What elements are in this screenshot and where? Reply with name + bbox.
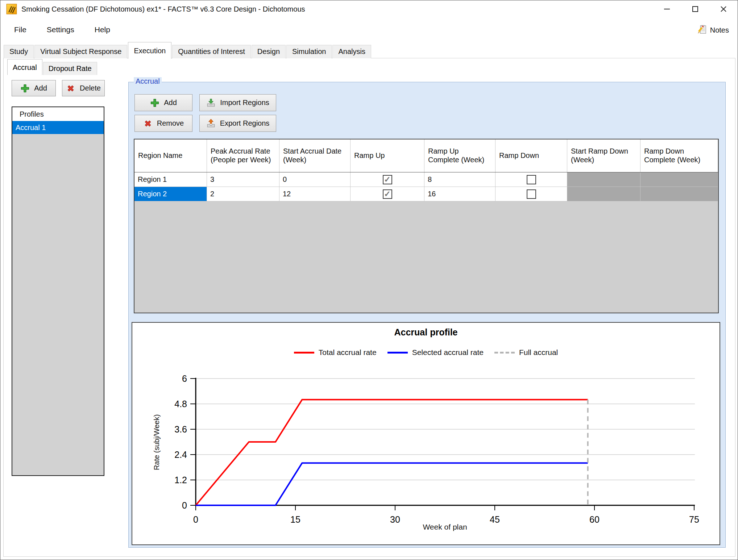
y-tick-label: 4.8 bbox=[174, 399, 187, 409]
cell-peak-rate[interactable]: 3 bbox=[207, 172, 279, 187]
chart-title: Accrual profile bbox=[132, 327, 720, 338]
tab-design[interactable]: Design bbox=[252, 45, 286, 58]
y-tick-label: 0 bbox=[182, 500, 187, 510]
column-header-start-accrual-date-week: Start Accrual Date (Week) bbox=[279, 139, 351, 172]
tab-study[interactable]: Study bbox=[4, 45, 34, 58]
cell-region-name[interactable]: Region 1 bbox=[134, 172, 207, 187]
tab-quantities-of-interest[interactable]: Quantities of Interest bbox=[172, 45, 251, 58]
x-delete-icon bbox=[66, 84, 75, 93]
x-delete-icon bbox=[143, 119, 153, 128]
x-axis-label: Week of plan bbox=[196, 523, 694, 531]
cell-ramp-down-complete[interactable] bbox=[640, 172, 718, 187]
subtab-accrual[interactable]: Accrual bbox=[7, 59, 42, 75]
column-header-ramp-up-complete-week: Ramp Up Complete (Week) bbox=[424, 139, 496, 172]
cell-ramp-down-complete[interactable] bbox=[640, 187, 718, 201]
delete-profile-label: Delete bbox=[80, 84, 101, 92]
column-header-ramp-down: Ramp Down bbox=[496, 139, 567, 172]
notepad-pencil-icon bbox=[696, 24, 707, 37]
window-controls bbox=[653, 0, 738, 18]
accrual-chart-panel: Accrual profile Total accrual rateSelect… bbox=[132, 322, 720, 545]
table-row: Region 2212✓16 bbox=[134, 187, 718, 201]
cell-ramp-down[interactable] bbox=[496, 187, 567, 201]
import-regions-label: Import Regions bbox=[220, 99, 269, 107]
export-regions-button[interactable]: Export Regions bbox=[199, 115, 276, 132]
menu-settings[interactable]: Settings bbox=[47, 25, 74, 34]
column-header-ramp-down-complete-week: Ramp Down Complete (Week) bbox=[640, 139, 718, 172]
export-regions-label: Export Regions bbox=[220, 119, 270, 128]
profile-item[interactable]: Accrual 1 bbox=[12, 121, 104, 134]
add-region-button[interactable]: Add bbox=[134, 94, 192, 111]
cell-region-name[interactable]: Region 2 bbox=[134, 187, 207, 201]
cell-ramp-up[interactable]: ✓ bbox=[351, 172, 424, 187]
execution-tab-page: AccrualDropout Rate Add Delete Profiles … bbox=[3, 58, 735, 557]
legend-label: Selected accrual rate bbox=[412, 348, 484, 357]
cell-ramp-up[interactable]: ✓ bbox=[351, 187, 424, 201]
tab-execution[interactable]: Execution bbox=[128, 42, 171, 59]
maximize-icon[interactable] bbox=[681, 0, 709, 18]
minimize-icon[interactable] bbox=[653, 0, 681, 18]
close-icon[interactable] bbox=[709, 0, 738, 18]
series-total-accrual-rate bbox=[196, 400, 588, 505]
checkbox-checked-icon[interactable]: ✓ bbox=[383, 189, 392, 199]
import-regions-button[interactable]: Import Regions bbox=[199, 94, 276, 111]
title-bar: Smoking Cessation (DF Dichotomous) ex1* … bbox=[0, 0, 738, 18]
column-header-start-ramp-down-week: Start Ramp Down (Week) bbox=[567, 139, 640, 172]
plus-icon bbox=[20, 84, 30, 93]
legend-item-full-accrual: Full accrual bbox=[494, 348, 558, 357]
y-tick-label: 1.2 bbox=[174, 475, 187, 485]
menu-bar: FileSettingsHelp Notes bbox=[0, 18, 738, 42]
cell-start-date[interactable]: 0 bbox=[279, 172, 351, 187]
tab-virtual-subject-response[interactable]: Virtual Subject Response bbox=[34, 45, 127, 58]
table-row: Region 130✓8 bbox=[134, 172, 718, 187]
legend-sample bbox=[387, 352, 408, 354]
y-tick-label: 2.4 bbox=[174, 450, 187, 460]
subtab-dropout-rate[interactable]: Dropout Rate bbox=[43, 62, 97, 75]
profiles-header: Profiles bbox=[12, 107, 104, 121]
cell-start-ramp-down[interactable] bbox=[567, 172, 640, 187]
legend-item-total-accrual-rate: Total accrual rate bbox=[294, 348, 377, 357]
delete-profile-button[interactable]: Delete bbox=[62, 80, 105, 96]
remove-region-button[interactable]: Remove bbox=[134, 115, 192, 132]
legend-label: Full accrual bbox=[519, 348, 558, 357]
plus-icon bbox=[150, 98, 159, 108]
accrual-groupbox: Accrual Add Import Regions bbox=[128, 82, 726, 548]
series-selected-accrual-rate bbox=[196, 463, 588, 505]
notes-button[interactable]: Notes bbox=[696, 23, 729, 37]
column-header-region-name: Region Name bbox=[134, 139, 207, 172]
legend-sample bbox=[294, 352, 314, 354]
accrual-plot: 01.22.43.64.8601530456075 bbox=[132, 363, 720, 529]
legend-item-selected-accrual-rate: Selected accrual rate bbox=[387, 348, 484, 357]
add-region-label: Add bbox=[164, 99, 177, 107]
window-title: Smoking Cessation (DF Dichotomous) ex1* … bbox=[21, 0, 305, 18]
menu-help[interactable]: Help bbox=[95, 25, 110, 34]
tab-simulation[interactable]: Simulation bbox=[286, 45, 332, 58]
legend-sample bbox=[494, 352, 515, 354]
cell-peak-rate[interactable]: 2 bbox=[207, 187, 279, 201]
facts-logo-icon bbox=[6, 4, 17, 14]
column-header-ramp-up: Ramp Up bbox=[351, 139, 424, 172]
legend-label: Total accrual rate bbox=[319, 348, 377, 357]
checkbox-checked-icon[interactable]: ✓ bbox=[383, 175, 392, 184]
sub-tab-strip: AccrualDropout Rate bbox=[7, 59, 98, 75]
checkbox-unchecked-icon[interactable] bbox=[527, 189, 536, 199]
groupbox-label: Accrual bbox=[134, 77, 162, 85]
cell-ramp-up-complete[interactable]: 8 bbox=[424, 172, 496, 187]
remove-region-label: Remove bbox=[157, 119, 184, 128]
add-profile-label: Add bbox=[34, 84, 47, 92]
regions-grid: Region NamePeak Accrual Rate (People per… bbox=[134, 139, 719, 313]
cell-ramp-up-complete[interactable]: 16 bbox=[424, 187, 496, 201]
cell-start-date[interactable]: 12 bbox=[279, 187, 351, 201]
profiles-listbox: Profiles Accrual 1 bbox=[12, 106, 104, 476]
cell-start-ramp-down[interactable] bbox=[567, 187, 640, 201]
cell-ramp-down[interactable] bbox=[496, 172, 567, 187]
export-tray-icon bbox=[206, 119, 216, 128]
y-tick-label: 6 bbox=[182, 373, 187, 384]
add-profile-button[interactable]: Add bbox=[12, 80, 56, 96]
import-tray-icon bbox=[206, 98, 216, 108]
checkbox-unchecked-icon[interactable] bbox=[527, 175, 536, 184]
menu-file[interactable]: File bbox=[14, 25, 26, 34]
app-window: Smoking Cessation (DF Dichotomous) ex1* … bbox=[0, 0, 738, 560]
chart-legend: Total accrual rateSelected accrual rateF… bbox=[132, 348, 720, 357]
tab-analysis[interactable]: Analysis bbox=[332, 45, 371, 58]
y-tick-label: 3.6 bbox=[174, 424, 187, 434]
